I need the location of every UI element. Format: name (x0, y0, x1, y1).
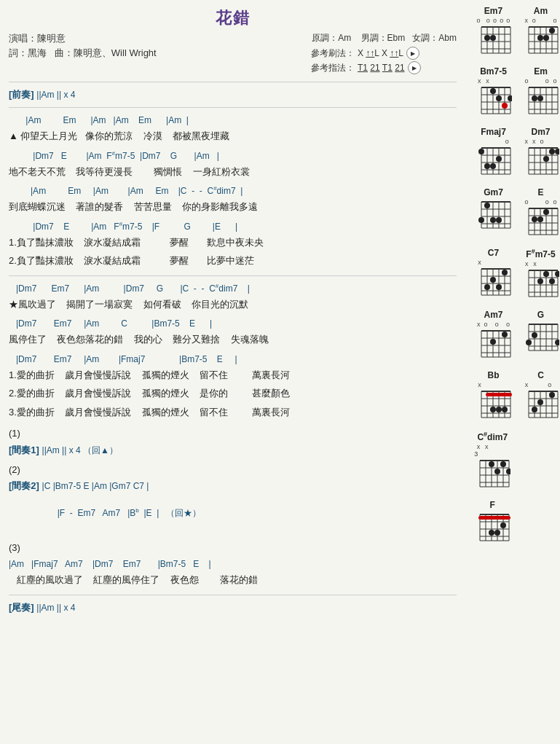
divider-2 (9, 107, 457, 108)
interlude3-lyric: 紅塵的風吹過了 紅塵的風停住了 夜色怨 落花的錯 (9, 571, 457, 588)
am-s5: o (532, 17, 536, 24)
svg-point-140 (543, 271, 549, 277)
compose-author: 陳明意、Will Wright (74, 47, 157, 58)
svg-point-125 (490, 277, 496, 283)
verse1-lyric: ▲ 仰望天上月光 像你的荒涼 冷漠 都被黑夜埋藏 (9, 128, 457, 144)
svg-point-184 (502, 407, 508, 412)
chord-c-name: C (537, 370, 544, 380)
verse1-chord: |Am Em |Am |Am Em |Am | (9, 114, 457, 128)
chord-fsm75-name: F#m7-5 (526, 248, 555, 259)
em7-s4: o (486, 17, 490, 24)
interlude1-block: (1) [間奏1] ||Am || x 4 （回▲） (9, 425, 457, 456)
compose-label: 曲： (55, 47, 74, 58)
verse2-block: |Dm7 E |Am F#m7-5 |Dm7 G |Am | 地不老天不荒 我等… (9, 149, 457, 181)
svg-point-54 (537, 95, 543, 101)
chord-fmaj7-grid (476, 145, 512, 177)
pluck-play-button[interactable]: ▶ (408, 61, 421, 74)
interlude2-label: (2) (9, 461, 457, 478)
chord-am: Am x o o (523, 6, 559, 56)
svg-point-139 (537, 278, 543, 284)
singer-label: 演唱： (9, 33, 37, 44)
chord-bm75-marks: x x (476, 78, 512, 85)
chord-em: Em o o o (523, 66, 559, 117)
chord-csdim7-name: C#dim7 (477, 431, 508, 442)
svg-point-67 (484, 163, 490, 169)
outro-block: [尾奏] ||Am || x 4 (9, 601, 457, 614)
chord-em-marks: o o o (523, 78, 559, 85)
chord-dm7-name: Dm7 (531, 127, 550, 137)
chord-am-name: Am (534, 6, 548, 16)
top-left: 演唱：陳明意 詞：黑海 曲：陳明意、Will Wright (9, 32, 311, 61)
chord-g-name: G (537, 310, 544, 320)
chord-em7-marks: o o o o o (476, 17, 512, 24)
svg-point-124 (484, 284, 490, 290)
chorus2-chord: |Dm7 Em7 |Am C |Bm7-5 E | (9, 317, 457, 331)
song-title: 花錯 (9, 7, 457, 29)
top-right: 原調：Am 男調：Ebm 女調：Abm 參考刷法： X ↑↑L X ↑↑L ▶ … (311, 32, 457, 76)
interlude3-block: (3) |Am |Fmaj7 Am7 |Dm7 Em7 |Bm7-5 E | 紅… (9, 539, 457, 589)
chord-am7-name: Am7 (484, 310, 502, 320)
empty-slot-2 (520, 500, 560, 549)
interlude2-line2-content: |F - Em7 Am7 |Bb |E | （回★） (38, 493, 457, 535)
verse4-lyric-2: 2.負了豔抹濃妝 淚水凝結成霜 夢醒 比夢中迷茫 (9, 252, 457, 269)
original-label: 原調： (312, 33, 338, 43)
interlude1-content: [間奏1] ||Am || x 4 （回▲） (9, 444, 457, 457)
male-key: Ebm (387, 33, 406, 43)
chord-em7-name: Em7 (484, 6, 502, 16)
svg-point-154 (490, 339, 496, 345)
svg-point-53 (532, 95, 537, 101)
svg-point-110 (532, 216, 537, 222)
original-key: Am (338, 33, 351, 43)
female-label: 女調： (412, 33, 438, 43)
chord-c-marks: x o (523, 382, 559, 388)
chord-gm7-grid (476, 199, 512, 231)
chord-bb-name: Bb (488, 370, 500, 380)
chord-csdim7: C#dim7 x x 3 (474, 431, 510, 490)
svg-point-198 (549, 392, 555, 398)
strum-play-button[interactable]: ▶ (406, 47, 419, 60)
svg-point-141 (549, 278, 555, 284)
verse2-chord: |Dm7 E |Am F#m7-5 |Dm7 G |Am | (9, 149, 457, 163)
chorus1-block: |Dm7 Em7 |Am |Dm7 G |C - - C#dim7 | ★風吹過… (9, 282, 457, 313)
svg-point-41 (508, 95, 512, 101)
outro-label: [尾奏] (9, 602, 34, 613)
svg-point-182 (490, 407, 496, 412)
svg-point-69 (496, 156, 502, 162)
chord-dm7-marks: x x o (523, 138, 559, 145)
divider-3 (9, 275, 457, 276)
svg-point-98 (496, 217, 502, 223)
svg-point-82 (549, 149, 555, 154)
chord-e: E o o o (523, 187, 559, 238)
verse3-chord: |Am Em |Am |Am Em |C - - C#dim7 | (9, 184, 457, 198)
intro-label: [前奏] (9, 89, 36, 100)
chord-dm7-grid (523, 145, 559, 177)
verse4-lyric-1: 1.負了豔抹濃妝 淚水凝結成霜 夢醒 歎息中夜未央 (9, 234, 457, 251)
female-key: Abm (438, 33, 457, 43)
svg-point-112 (543, 209, 549, 215)
chorus1-chord: |Dm7 Em7 |Am |Dm7 G |C - - C#dim7 | (9, 282, 457, 296)
svg-point-213 (506, 469, 510, 474)
svg-point-183 (496, 407, 502, 412)
svg-point-228 (500, 522, 506, 528)
singer-value: 陳明意 (37, 33, 66, 44)
svg-point-26 (549, 28, 555, 34)
interlude2-section: [間奏2] (9, 480, 39, 491)
chord-dm7: Dm7 x x o (523, 127, 559, 177)
chord-pair-4: Gm7 (470, 187, 560, 243)
chord-em7: Em7 o o o o o (476, 6, 512, 56)
chord-am7: Am7 x o o o (476, 310, 512, 360)
chord-pair-8: C#dim7 x x 3 (470, 431, 560, 496)
svg-point-11 (484, 35, 490, 41)
svg-point-169 (555, 340, 559, 345)
svg-point-127 (502, 270, 508, 275)
pluck-row: 參考指法： T1 21 T1 21 ▶ (311, 61, 457, 74)
svg-point-196 (532, 407, 537, 412)
chord-f-grid (474, 512, 510, 544)
chord-fsm75-grid (523, 267, 559, 299)
chord-pair-7: Bb x (470, 370, 560, 426)
chord-csdim7-marks: x x (474, 444, 510, 450)
em7-s1: o (506, 17, 510, 24)
interlude1-pattern: ||Am || x 4 （回▲） (42, 445, 118, 455)
chorus3-lyric-1: 1.愛的曲折 歲月會慢慢訴說 孤獨的煙火 留不住 萬裏長河 (9, 367, 457, 383)
chord-pair-9: F (470, 500, 560, 549)
